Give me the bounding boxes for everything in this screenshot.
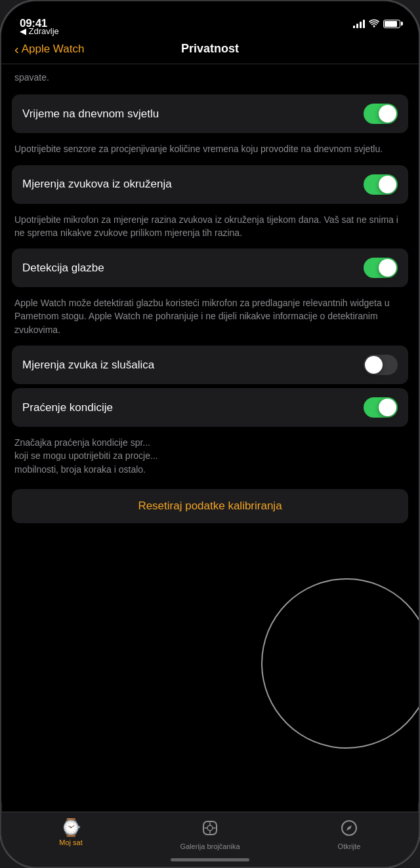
home-indicator [171,858,249,861]
back-chevron-icon: ‹ [14,43,19,56]
ambient-sound-section: Mjerenja zvukova iz okruženja Upotrijebi… [1,165,419,249]
intro-text: spavate. [1,64,419,94]
music-detection-description: Apple Watch može detektirati glazbu kori… [1,291,419,345]
sunlight-toggle[interactable] [364,104,398,124]
tab-discover[interactable]: Otkrijte [280,819,419,850]
reset-row[interactable]: Resetiraj podatke kalibriranja [12,489,408,523]
music-detection-label: Detekcija glazbe [22,262,104,275]
tab-discover-label: Otkrijte [338,842,361,850]
music-detection-section: Detekcija glazbe Apple Watch može detekt… [1,248,419,345]
headphone-audio-label: Mjerenja zvuka iz slušalica [22,359,154,372]
music-detection-row: Detekcija glazbe [12,248,408,287]
sunlight-section: Vrijeme na dnevnom svjetlu Upotrijebite … [1,94,419,165]
dynamic-island [169,8,251,31]
fitness-tracking-label: Praćenje kondicije [22,401,113,414]
ambient-sound-toggle[interactable] [364,174,398,195]
fitness-tracking-description: Značajka praćenja kondicije spr...koji s… [1,431,419,485]
fitness-tracking-toggle[interactable] [364,397,398,418]
nav-bar: ‹ Apple Watch Privatnost [1,37,419,64]
tab-watch-faces-label: Galerija brojčanika [180,842,240,850]
svg-marker-7 [346,825,352,831]
sunlight-row: Vrijeme na dnevnom svjetlu [12,94,408,133]
fitness-tracking-section: Praćenje kondicije Značajka praćenja kon… [1,388,419,485]
nav-title: Privatnost [181,42,239,56]
status-icons [353,18,400,30]
wifi-icon [369,18,379,30]
music-detection-toggle[interactable] [364,258,398,278]
headphone-audio-section: Mjerenja zvuka iz slušalica [1,345,419,384]
reset-label: Resetiraj podatke kalibriranja [138,500,282,513]
scroll-content: spavate. Vrijeme na dnevnom svjetlu Upot… [1,64,419,802]
tab-my-watch-label: Moj sat [59,838,82,846]
tab-my-watch[interactable]: ⌚ Moj sat [1,819,140,846]
back-label: Apple Watch [22,43,85,56]
svg-point-1 [207,825,213,831]
spotlight-overlay [261,578,419,749]
watch-faces-icon [201,819,219,840]
sunlight-label: Vrijeme na dnevnom svjetlu [22,108,159,121]
ambient-sound-row: Mjerenja zvukova iz okruženja [12,165,408,204]
sunlight-description: Upotrijebite senzore za procjenjivanje k… [1,137,419,165]
headphone-audio-row: Mjerenja zvuka iz slušalica [12,345,408,384]
phone-frame: 09:41 ◀ Zdravlje [0,0,420,868]
my-watch-icon: ⌚ [60,819,81,836]
tab-watch-faces[interactable]: Galerija brojčanika [140,819,280,850]
ambient-sound-description: Upotrijebite mikrofon za mjerenje razina… [1,208,419,249]
fitness-tracking-row: Praćenje kondicije [12,388,408,427]
signal-bars-icon [353,19,365,28]
back-button[interactable]: ‹ Apple Watch [14,43,84,56]
status-back-app: ◀ Zdravlje [20,26,59,36]
ambient-sound-label: Mjerenja zvukova iz okruženja [22,178,172,191]
discover-icon [340,819,358,840]
battery-icon [383,20,400,28]
headphone-audio-toggle[interactable] [364,355,398,375]
